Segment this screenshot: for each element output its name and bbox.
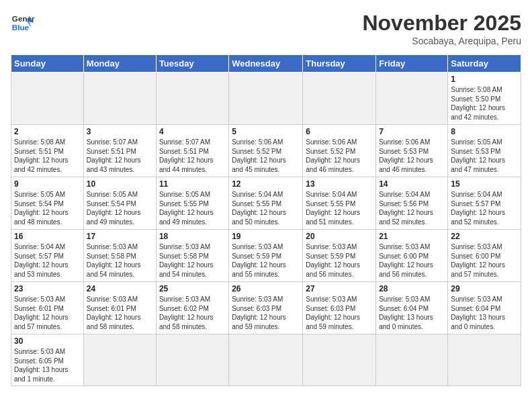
- weekday-row: SundayMondayTuesdayWednesdayThursdayFrid…: [11, 55, 521, 73]
- calendar-body: 1Sunrise: 5:08 AM Sunset: 5:50 PM Daylig…: [11, 73, 521, 386]
- calendar-cell: 25Sunrise: 5:03 AM Sunset: 6:02 PM Dayli…: [156, 282, 228, 334]
- day-number: 13: [306, 179, 373, 189]
- calendar-cell: 15Sunrise: 5:04 AM Sunset: 5:57 PM Dayli…: [448, 177, 521, 230]
- calendar-cell: 19Sunrise: 5:03 AM Sunset: 5:59 PM Dayli…: [229, 230, 303, 282]
- day-info: Sunrise: 5:04 AM Sunset: 5:55 PM Dayligh…: [232, 190, 300, 226]
- day-info: Sunrise: 5:03 AM Sunset: 6:05 PM Dayligh…: [14, 347, 81, 383]
- day-info: Sunrise: 5:04 AM Sunset: 5:57 PM Dayligh…: [14, 242, 81, 279]
- day-number: 9: [14, 179, 81, 189]
- day-info: Sunrise: 5:03 AM Sunset: 6:03 PM Dayligh…: [232, 295, 300, 331]
- calendar-cell: 13Sunrise: 5:04 AM Sunset: 5:55 PM Dayli…: [303, 177, 376, 230]
- calendar-cell: 27Sunrise: 5:03 AM Sunset: 6:03 PM Dayli…: [303, 282, 376, 334]
- calendar-cell: 23Sunrise: 5:03 AM Sunset: 6:01 PM Dayli…: [11, 282, 84, 334]
- calendar-cell: 12Sunrise: 5:04 AM Sunset: 5:55 PM Dayli…: [229, 177, 303, 230]
- calendar-cell: [11, 73, 84, 125]
- calendar-cell: [448, 334, 521, 386]
- calendar-cell: [156, 334, 228, 386]
- calendar-cell: 28Sunrise: 5:03 AM Sunset: 6:04 PM Dayli…: [376, 282, 448, 334]
- day-info: Sunrise: 5:03 AM Sunset: 5:59 PM Dayligh…: [306, 242, 373, 279]
- logo-icon: General Blue: [11, 11, 35, 35]
- title-block: November 2025 Socabaya, Arequipa, Peru: [362, 11, 521, 46]
- calendar-cell: [303, 73, 376, 125]
- day-info: Sunrise: 5:03 AM Sunset: 6:00 PM Dayligh…: [451, 242, 518, 279]
- svg-text:Blue: Blue: [12, 23, 30, 32]
- day-info: Sunrise: 5:06 AM Sunset: 5:52 PM Dayligh…: [232, 138, 300, 174]
- calendar-cell: 11Sunrise: 5:05 AM Sunset: 5:55 PM Dayli…: [156, 177, 228, 230]
- calendar-cell: 21Sunrise: 5:03 AM Sunset: 6:00 PM Dayli…: [376, 230, 448, 282]
- weekday-header-saturday: Saturday: [448, 55, 521, 73]
- calendar-cell: 9Sunrise: 5:05 AM Sunset: 5:54 PM Daylig…: [11, 177, 84, 230]
- day-number: 14: [379, 179, 445, 189]
- calendar-cell: 22Sunrise: 5:03 AM Sunset: 6:00 PM Dayli…: [448, 230, 521, 282]
- logo: General Blue: [11, 11, 35, 35]
- day-number: 20: [306, 232, 373, 241]
- calendar-week-0: 1Sunrise: 5:08 AM Sunset: 5:50 PM Daylig…: [11, 73, 521, 125]
- calendar-cell: 10Sunrise: 5:05 AM Sunset: 5:54 PM Dayli…: [83, 177, 156, 230]
- weekday-header-wednesday: Wednesday: [229, 55, 303, 73]
- weekday-header-friday: Friday: [376, 55, 448, 73]
- day-info: Sunrise: 5:07 AM Sunset: 5:51 PM Dayligh…: [159, 138, 226, 174]
- day-info: Sunrise: 5:04 AM Sunset: 5:55 PM Dayligh…: [306, 190, 373, 226]
- calendar-cell: 6Sunrise: 5:06 AM Sunset: 5:52 PM Daylig…: [303, 125, 376, 177]
- calendar-cell: 4Sunrise: 5:07 AM Sunset: 5:51 PM Daylig…: [156, 125, 228, 177]
- day-number: 30: [14, 336, 81, 346]
- day-number: 7: [379, 127, 445, 136]
- day-info: Sunrise: 5:05 AM Sunset: 5:54 PM Dayligh…: [87, 190, 153, 226]
- calendar-cell: 20Sunrise: 5:03 AM Sunset: 5:59 PM Dayli…: [303, 230, 376, 282]
- weekday-header-thursday: Thursday: [303, 55, 376, 73]
- calendar-cell: [376, 73, 448, 125]
- day-number: 1: [451, 75, 518, 84]
- day-info: Sunrise: 5:08 AM Sunset: 5:50 PM Dayligh…: [451, 85, 518, 122]
- day-info: Sunrise: 5:03 AM Sunset: 6:04 PM Dayligh…: [379, 295, 445, 331]
- day-info: Sunrise: 5:04 AM Sunset: 5:57 PM Dayligh…: [451, 190, 518, 226]
- day-number: 10: [87, 179, 153, 189]
- calendar-cell: 16Sunrise: 5:04 AM Sunset: 5:57 PM Dayli…: [11, 230, 84, 282]
- day-info: Sunrise: 5:05 AM Sunset: 5:53 PM Dayligh…: [451, 138, 518, 174]
- calendar-cell: [376, 334, 448, 386]
- day-number: 24: [87, 284, 153, 293]
- day-number: 26: [232, 284, 300, 293]
- day-info: Sunrise: 5:05 AM Sunset: 5:55 PM Dayligh…: [159, 190, 226, 226]
- calendar-week-4: 23Sunrise: 5:03 AM Sunset: 6:01 PM Dayli…: [11, 282, 521, 334]
- calendar-cell: [83, 73, 156, 125]
- day-info: Sunrise: 5:06 AM Sunset: 5:53 PM Dayligh…: [379, 138, 445, 174]
- day-number: 27: [306, 284, 373, 293]
- day-number: 5: [232, 127, 300, 136]
- calendar-cell: 29Sunrise: 5:03 AM Sunset: 6:04 PM Dayli…: [448, 282, 521, 334]
- calendar-cell: 17Sunrise: 5:03 AM Sunset: 5:58 PM Dayli…: [83, 230, 156, 282]
- page-header: General Blue November 2025 Socabaya, Are…: [11, 11, 521, 46]
- day-number: 3: [87, 127, 153, 136]
- day-info: Sunrise: 5:03 AM Sunset: 6:01 PM Dayligh…: [14, 295, 81, 331]
- day-info: Sunrise: 5:03 AM Sunset: 6:04 PM Dayligh…: [451, 295, 518, 331]
- day-info: Sunrise: 5:03 AM Sunset: 6:02 PM Dayligh…: [159, 295, 226, 331]
- day-number: 11: [159, 179, 226, 189]
- day-number: 15: [451, 179, 518, 189]
- calendar-cell: 14Sunrise: 5:04 AM Sunset: 5:56 PM Dayli…: [376, 177, 448, 230]
- calendar-week-1: 2Sunrise: 5:08 AM Sunset: 5:51 PM Daylig…: [11, 125, 521, 177]
- calendar-cell: 26Sunrise: 5:03 AM Sunset: 6:03 PM Dayli…: [229, 282, 303, 334]
- calendar-header: SundayMondayTuesdayWednesdayThursdayFrid…: [11, 55, 521, 73]
- day-number: 29: [451, 284, 518, 293]
- weekday-header-monday: Monday: [83, 55, 156, 73]
- calendar-cell: 5Sunrise: 5:06 AM Sunset: 5:52 PM Daylig…: [229, 125, 303, 177]
- calendar-cell: 2Sunrise: 5:08 AM Sunset: 5:51 PM Daylig…: [11, 125, 84, 177]
- calendar-cell: 7Sunrise: 5:06 AM Sunset: 5:53 PM Daylig…: [376, 125, 448, 177]
- calendar-cell: [229, 73, 303, 125]
- day-info: Sunrise: 5:03 AM Sunset: 6:00 PM Dayligh…: [379, 242, 445, 279]
- day-number: 23: [14, 284, 81, 293]
- day-number: 21: [379, 232, 445, 241]
- calendar-cell: [229, 334, 303, 386]
- day-info: Sunrise: 5:03 AM Sunset: 5:58 PM Dayligh…: [87, 242, 153, 279]
- calendar-cell: 8Sunrise: 5:05 AM Sunset: 5:53 PM Daylig…: [448, 125, 521, 177]
- day-number: 6: [306, 127, 373, 136]
- calendar-cell: 24Sunrise: 5:03 AM Sunset: 6:01 PM Dayli…: [83, 282, 156, 334]
- month-title: November 2025: [362, 11, 521, 36]
- calendar-cell: 30Sunrise: 5:03 AM Sunset: 6:05 PM Dayli…: [11, 334, 84, 386]
- weekday-header-sunday: Sunday: [11, 55, 84, 73]
- calendar-cell: 18Sunrise: 5:03 AM Sunset: 5:58 PM Dayli…: [156, 230, 228, 282]
- day-number: 12: [232, 179, 300, 189]
- calendar-cell: 3Sunrise: 5:07 AM Sunset: 5:51 PM Daylig…: [83, 125, 156, 177]
- day-number: 17: [87, 232, 153, 241]
- day-info: Sunrise: 5:06 AM Sunset: 5:52 PM Dayligh…: [306, 138, 373, 174]
- day-number: 28: [379, 284, 445, 293]
